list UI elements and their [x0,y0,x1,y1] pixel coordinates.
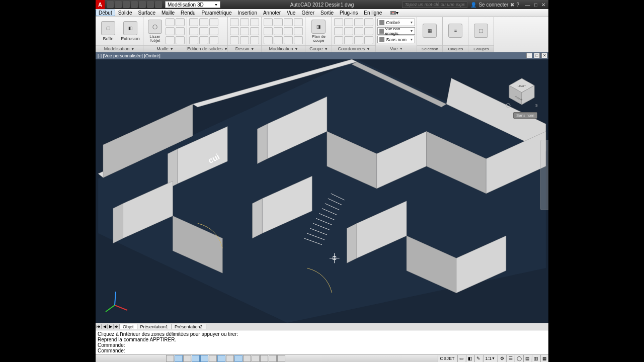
help-icon[interactable]: ? [516,2,519,8]
navigation-bar[interactable] [540,140,548,210]
chevron-down-icon[interactable]: ▼ [251,47,254,51]
visual-style-dropdown[interactable]: Ombré▼ [377,19,415,26]
ucs-icon[interactable] [354,36,363,44]
status-icon[interactable]: ▭ [457,355,465,362]
chamfer-icon[interactable] [294,27,303,35]
tab-enligne[interactable]: En ligne [361,10,385,16]
solidedit-icon[interactable] [199,36,208,44]
command-line[interactable]: Cliquez à l'intérieur des zones délimité… [96,330,548,354]
ucs-icon[interactable] [344,36,353,44]
solidedit-icon[interactable] [199,27,208,35]
model-space-label[interactable]: OBJET [438,355,457,362]
dyn-toggle[interactable] [234,355,243,362]
tab-vue[interactable]: Vue [284,10,298,16]
trim-icon[interactable] [284,18,293,26]
tpy-toggle[interactable] [252,355,260,362]
qat-save-icon[interactable] [123,1,130,8]
spline-icon[interactable] [250,27,259,35]
ucs-icon[interactable] [364,36,373,44]
mesh-tool-icon[interactable] [176,27,185,35]
tab-plugins[interactable]: Plug-ins [337,10,361,16]
qat-saveas-icon[interactable] [131,1,138,8]
chevron-down-icon[interactable]: ▼ [170,47,174,51]
viewcube-menu[interactable]: Sans nom [513,112,537,119]
extend-icon[interactable] [294,18,303,26]
exchange-icon[interactable]: ✖ [510,2,514,8]
tab-last-icon[interactable]: ⏭ [114,324,120,329]
chevron-down-icon[interactable]: ▼ [295,47,298,51]
osnap-toggle[interactable] [200,355,208,362]
move-icon[interactable] [264,18,273,26]
tab-prev-icon[interactable]: ◀ [102,324,108,329]
mesh-tool-icon[interactable] [176,36,185,44]
polyline-icon[interactable] [240,18,249,26]
ducs-toggle[interactable] [226,355,234,362]
qat-undo-icon[interactable] [147,1,154,8]
sc-togg
      [interactable] [269,355,277,362]
tab-sortie[interactable]: Sortie [317,10,337,16]
ucs-icon[interactable] [354,27,363,35]
circle-icon[interactable] [230,27,239,35]
status-icon[interactable]: ▦ [540,355,548,362]
status-icon[interactable]: ◯ [515,355,523,362]
tab-objet[interactable]: Objet [120,324,137,329]
polar-toggle[interactable] [192,355,200,362]
status-icon[interactable]: ◧ [466,355,474,362]
app-logo[interactable]: A [96,0,105,9]
scale-icon[interactable] [274,36,283,44]
mesh-tool-icon[interactable] [166,18,175,26]
offset-icon[interactable] [294,36,303,44]
ucs-icon[interactable] [334,36,343,44]
ucs-icon[interactable] [364,18,373,26]
tab-surface[interactable]: Surface [135,10,158,16]
tab-insertion[interactable]: Insertion [235,10,260,16]
named-view-dropdown[interactable]: Sans nom▼ [377,36,415,43]
extrusion-button[interactable]: ◧Extrusion [120,18,141,44]
view-preset-dropdown[interactable]: Vue non enregis.▼ [377,27,415,35]
status-icon[interactable]: ⚙ [498,355,506,362]
solidedit-icon[interactable] [189,18,198,26]
line-icon[interactable] [230,18,239,26]
tab-rendu[interactable]: Rendu [178,10,198,16]
signin-label[interactable]: Se connecter [478,2,508,8]
mirror-icon[interactable] [274,27,283,35]
mesh-tool-icon[interactable] [166,27,175,35]
3d-viewport[interactable]: cui HAUT AVANT S Sans nom [96,59,548,323]
tab-first-icon[interactable]: ⏮ [96,324,102,329]
stretch-icon[interactable] [264,36,273,44]
chevron-down-icon[interactable]: ▼ [367,47,370,51]
tab-presentation1[interactable]: Présentation1 [137,324,172,329]
status-icon[interactable]: ▥ [532,355,540,362]
status-icon[interactable]: ☰ [506,355,514,362]
point-icon[interactable] [250,36,259,44]
ellipse-icon[interactable] [230,36,239,44]
solidedit-icon[interactable] [209,18,218,26]
signin-icon[interactable]: 👤 [470,2,476,8]
chevron-down-icon[interactable]: ▼ [399,47,403,50]
annotation-scale[interactable]: 1:1 ▼ [483,355,497,362]
boite-button[interactable]: ▢Boîte [98,18,119,44]
vp-minimize-button[interactable]: – [526,53,532,58]
qat-open-icon[interactable] [115,1,122,8]
tab-maille[interactable]: Maille [158,10,178,16]
rect-icon[interactable] [240,27,249,35]
arc-icon[interactable] [250,18,259,26]
tab-solide[interactable]: Solide [115,10,135,16]
qat-redo-icon[interactable] [155,1,162,8]
qat-new-icon[interactable] [107,1,114,8]
ortho-toggle[interactable] [183,355,191,362]
solidedit-icon[interactable] [189,36,198,44]
grid-toggle[interactable] [175,355,183,362]
fillet-icon[interactable] [284,27,293,35]
vp-maximize-button[interactable]: □ [534,53,540,58]
tab-expand-icon[interactable]: 📼▾ [387,10,401,16]
chevron-down-icon[interactable]: ▼ [325,47,328,51]
mesh-tool-icon[interactable] [176,18,185,26]
lwt-toggle[interactable] [243,355,251,362]
viewcube[interactable]: HAUT AVANT S Sans nom [504,74,539,110]
tab-annoter[interactable]: Annoter [260,10,284,16]
tab-next-icon[interactable]: ▶ [108,324,114,329]
ucs-icon[interactable] [344,18,353,26]
tab-parametrique[interactable]: Paramétrique [199,10,235,16]
ucs-icon[interactable] [344,27,353,35]
